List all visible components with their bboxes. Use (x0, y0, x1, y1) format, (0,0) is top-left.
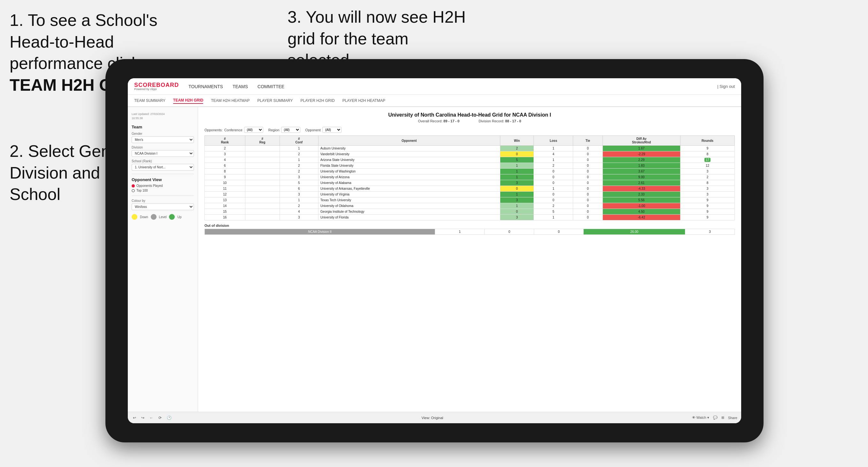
cell-reg (245, 203, 280, 209)
tab-team-h2h-heatmap[interactable]: TEAM H2H HEATMAP (211, 98, 249, 103)
table-row: 4 1 Arizona State University 5 1 0 2.29 … (205, 157, 735, 163)
gender-label: Gender (132, 132, 194, 135)
od-rounds: 3 (685, 229, 735, 235)
cell-rank: 11 (205, 186, 245, 192)
opponent-radio-group: Opponents Played Top 100 (132, 184, 194, 192)
radio-top100[interactable]: Top 100 (132, 189, 194, 192)
cell-diff: 5.56 (602, 197, 680, 203)
tab-team-h2h-grid[interactable]: TEAM H2H GRID (173, 97, 204, 104)
colour-by-select[interactable]: Win/loss (132, 204, 194, 210)
cell-rounds: 9 (680, 215, 735, 220)
conference-select[interactable]: (All) (244, 127, 263, 133)
overall-record: Overall Record: 89 - 17 - 0 (418, 119, 460, 123)
filter-row: Opponents: Conference (All) Region (All) (205, 127, 735, 133)
sub-nav: TEAM SUMMARY TEAM H2H GRID TEAM H2H HEAT… (128, 95, 741, 107)
cell-conf: 3 (280, 192, 318, 197)
region-select[interactable]: (All) (281, 127, 300, 133)
clock-button[interactable]: 🕐 (165, 415, 173, 421)
share-button[interactable]: Share (728, 416, 737, 420)
table-row: 8 2 University of Washington 1 0 0 3.67 … (205, 169, 735, 175)
cell-win: 3 (500, 180, 534, 186)
cell-reg (245, 186, 280, 192)
gender-select[interactable]: Men's (132, 136, 194, 143)
cell-loss: 0 (534, 192, 573, 197)
cell-reg (245, 146, 280, 151)
opponent-select[interactable]: (All) (322, 127, 342, 133)
cell-tie: 0 (573, 203, 602, 209)
cell-rounds: 9 (680, 203, 735, 209)
cell-loss: 0 (534, 169, 573, 175)
cell-win: 0 (500, 186, 534, 192)
logo-text: SCOREBOARD (134, 82, 179, 88)
cell-diff: 1.83 (602, 163, 680, 169)
cell-opponent: Auburn University (318, 146, 500, 151)
cell-conf: 6 (280, 186, 318, 192)
cell-rounds: 9 (680, 197, 735, 203)
nav-bar: SCOREBOARD Powered by clippi TOURNAMENTS… (128, 78, 741, 95)
od-tie: 0 (534, 229, 584, 235)
back-button[interactable]: ← (148, 415, 155, 421)
cell-diff: -2.29 (602, 151, 680, 157)
tab-player-h2h-grid[interactable]: PLAYER H2H GRID (301, 98, 335, 103)
cell-tie: 0 (573, 209, 602, 215)
cell-reg (245, 163, 280, 169)
cell-rank: 8 (205, 169, 245, 175)
radio-dot-top100 (132, 189, 135, 192)
cell-rank: 4 (205, 157, 245, 163)
table-row: 14 2 University of Oklahoma 1 2 0 -1.00 … (205, 203, 735, 209)
tablet-screen: SCOREBOARD Powered by clippi TOURNAMENTS… (128, 78, 741, 423)
sidebar: Last Updated: 27/03/2024 16:55:38 Team G… (128, 107, 198, 412)
nav-committee[interactable]: COMMITTEE (257, 83, 284, 90)
cell-win: 1 (500, 163, 534, 169)
radio-opponents-played[interactable]: Opponents Played (132, 184, 194, 187)
cell-loss: 1 (534, 186, 573, 192)
table-row: 6 2 Florida State University 1 2 0 1.83 … (205, 163, 735, 169)
redo-button[interactable]: ↪ (140, 415, 146, 421)
main-content: Last Updated: 27/03/2024 16:55:38 Team G… (128, 107, 741, 412)
view-label: View: Original (422, 416, 443, 420)
comment-button[interactable]: 💬 (713, 415, 717, 420)
undo-button[interactable]: ↩ (132, 415, 137, 421)
cell-reg (245, 175, 280, 180)
col-rounds: Rounds (680, 136, 735, 146)
signout-button[interactable]: | Sign out (717, 84, 735, 89)
cell-loss: 1 (534, 215, 573, 220)
tab-team-summary[interactable]: TEAM SUMMARY (134, 98, 165, 103)
nav-teams[interactable]: TEAMS (232, 83, 248, 90)
out-of-division-header: Out of division (205, 224, 735, 227)
cell-conf: 5 (280, 180, 318, 186)
cell-loss: 4 (534, 151, 573, 157)
cell-win: 2 (500, 146, 534, 151)
od-loss: 0 (485, 229, 534, 235)
legend-label-down: Down (140, 215, 148, 219)
cell-opponent: University of Virginia (318, 192, 500, 197)
table-row: 13 1 Texas Tech University 3 0 0 5.56 9 (205, 197, 735, 203)
cell-opponent: Vanderbilt University (318, 151, 500, 157)
tab-player-summary[interactable]: PLAYER SUMMARY (257, 98, 293, 103)
cell-opponent: University of Arizona (318, 175, 500, 180)
watch-button[interactable]: 👁 Watch ▾ (692, 415, 709, 420)
cell-rank: 15 (205, 209, 245, 215)
division-select[interactable]: NCAA Division I (132, 150, 194, 157)
school-select[interactable]: 1. University of Nort... (132, 164, 194, 170)
tab-player-h2h-heatmap[interactable]: PLAYER H2H HEATMAP (342, 98, 385, 103)
table-row: 11 6 University of Arkansas, Fayettevill… (205, 186, 735, 192)
filter-opponent: Opponent (All) (305, 127, 342, 133)
records-row: Overall Record: 89 - 17 - 0 Division Rec… (205, 119, 735, 123)
cell-rank: 16 (205, 215, 245, 220)
cell-rounds: 9 (680, 146, 735, 151)
nav-tournaments[interactable]: TOURNAMENTS (188, 83, 223, 90)
col-tie: Tie (573, 136, 602, 146)
cell-win: 3 (500, 197, 534, 203)
refresh-button[interactable]: ⟳ (157, 415, 163, 421)
cell-conf: 1 (280, 146, 318, 151)
grid-button[interactable]: ⊞ (721, 415, 724, 420)
cell-diff: -1.00 (602, 203, 680, 209)
cell-loss: 0 (534, 197, 573, 203)
cell-diff: -6.42 (602, 215, 680, 220)
grid-title: University of North Carolina Head-to-Hea… (205, 112, 735, 118)
cell-rank: 6 (205, 163, 245, 169)
table-header-row: #Rank #Reg #Conf Opponent Win Loss Tie D… (205, 136, 735, 146)
cell-tie: 0 (573, 215, 602, 220)
cell-conf: 1 (280, 197, 318, 203)
